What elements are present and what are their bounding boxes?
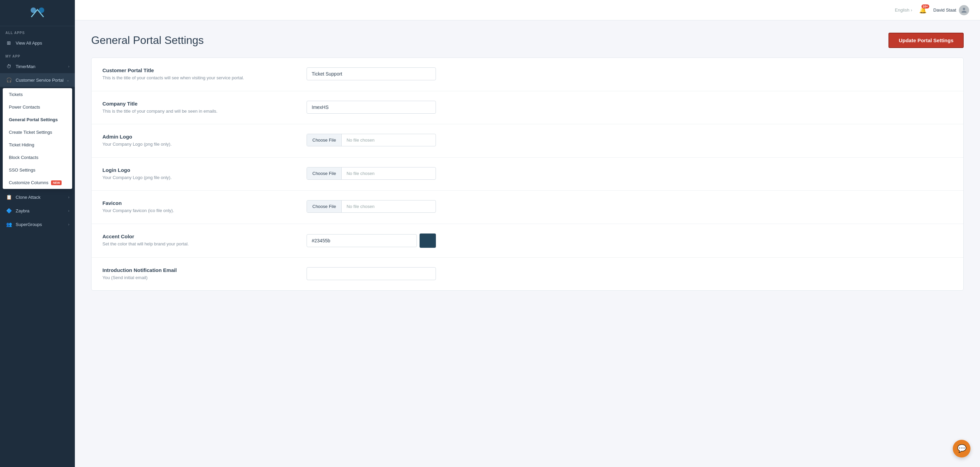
notifications-button[interactable]: 🔔 10+ [919,6,927,14]
dropdown-item-label: General Portal Settings [9,117,58,122]
settings-row-customer-portal-title: Customer Portal Title This is the title … [92,58,963,91]
dropdown-item-sso-settings[interactable]: SSO Settings [3,164,72,176]
settings-row-admin-logo: Admin Logo Your Company Logo (png file o… [92,124,963,158]
sidebar-item-view-all-apps[interactable]: ⊞ View All Apps [0,36,75,50]
dropdown-item-tickets[interactable]: Tickets [3,88,72,101]
dropdown-item-label: Block Contacts [9,155,38,160]
settings-control-accent-color [307,234,953,248]
update-portal-settings-button[interactable]: Update Portal Settings [888,33,964,48]
page-content: General Portal Settings Update Portal Se… [75,21,980,467]
field-description: Your Company Logo (png file only). [102,174,307,181]
main-area: English › 🔔 10+ David Staat General Port… [75,0,980,467]
notifications-badge: 10+ [921,5,929,8]
sidebar-item-zaybra[interactable]: 🔷 Zaybra › [0,204,75,217]
dropdown-item-block-contacts[interactable]: Block Contacts [3,151,72,164]
settings-control-intro-notification-email [307,267,953,280]
dropdown-item-label: SSO Settings [9,167,35,172]
chat-icon: 💬 [957,444,966,453]
sidebar-item-label: TimerMan [16,64,35,69]
field-description: This is the title of your company and wi… [102,108,307,115]
chevron-right-icon: › [68,222,69,226]
accent-color-wrapper [307,234,436,248]
settings-label-accent-color: Accent Color Set the color that will hel… [102,234,307,247]
sidebar-item-label: View All Apps [16,40,42,46]
section-label-my-app: MY APP [0,50,75,60]
login-logo-filename: No file chosen [342,167,436,179]
sidebar-item-label: Customer Service Portal [16,78,64,83]
page-title: General Portal Settings [91,34,204,47]
settings-row-intro-notification-email: Introduction Notification Email You (Sen… [92,258,963,291]
company-title-input[interactable] [307,101,436,114]
chevron-down-icon: ⌄ [66,78,69,82]
sidebar-item-clone-attack[interactable]: 📋 Clone Attack › [0,190,75,204]
field-title: Introduction Notification Email [102,267,307,273]
dropdown-item-label: Ticket Hiding [9,142,34,147]
field-title: Company Title [102,101,307,107]
language-selector[interactable]: English › [895,8,912,13]
settings-label-company-title: Company Title This is the title of your … [102,101,307,115]
grid-icon: ⊞ [5,40,12,46]
settings-label-login-logo: Login Logo Your Company Logo (png file o… [102,167,307,181]
dropdown-item-label: Create Ticket Settings [9,130,52,135]
accent-color-swatch[interactable] [420,234,436,248]
sidebar: ALL APPS ⊞ View All Apps MY APP ⏱ TimerM… [0,0,75,467]
settings-control-company-title [307,101,953,114]
headset-icon: 🎧 [5,77,12,83]
dropdown-item-general-portal-settings[interactable]: General Portal Settings [3,113,72,126]
section-label-all-apps: ALL APPS [0,26,75,36]
dropdown-item-label: Tickets [9,92,23,97]
field-description: You (Send initial email) [102,274,307,281]
login-logo-choose-button[interactable]: Choose File [307,167,342,179]
clone-icon: 📋 [5,194,12,201]
sidebar-item-supergroups[interactable]: 👥 SuperGroups › [0,217,75,231]
settings-control-customer-portal-title [307,67,953,80]
language-label: English [895,8,910,13]
header: English › 🔔 10+ David Staat [75,0,980,21]
field-description: Set the color that will help brand your … [102,241,307,247]
chevron-right-icon: › [68,195,69,199]
zaybra-icon: 🔷 [5,207,12,214]
accent-color-input[interactable] [307,234,417,247]
settings-card: Customer Portal Title This is the title … [91,57,964,291]
admin-logo-file-wrapper: Choose File No file chosen [307,134,436,147]
settings-label-admin-logo: Admin Logo Your Company Logo (png file o… [102,134,307,148]
settings-label-intro-notification-email: Introduction Notification Email You (Sen… [102,267,307,281]
language-chevron: › [911,8,912,13]
dropdown-item-power-contacts[interactable]: Power Contacts [3,101,72,113]
field-title: Accent Color [102,234,307,239]
user-name: David Staat [933,8,956,13]
supergroups-icon: 👥 [5,221,12,228]
chevron-right-icon: › [68,64,69,69]
sidebar-item-timerman[interactable]: ⏱ TimerMan › [0,60,75,73]
settings-control-login-logo: Choose File No file chosen [307,167,953,180]
customer-portal-title-input[interactable] [307,67,436,80]
sidebar-item-customer-service-portal[interactable]: 🎧 Customer Service Portal ⌄ [0,73,75,87]
new-badge: New [51,180,62,185]
sidebar-item-label: SuperGroups [16,222,42,227]
settings-control-favicon: Choose File No file chosen [307,200,953,213]
dropdown-item-ticket-hiding[interactable]: Ticket Hiding [3,139,72,151]
admin-logo-choose-button[interactable]: Choose File [307,134,342,146]
login-logo-file-wrapper: Choose File No file chosen [307,167,436,180]
field-title: Login Logo [102,167,307,173]
dropdown-item-customize-columns[interactable]: Customize Columns New [3,176,72,189]
field-title: Admin Logo [102,134,307,140]
sidebar-logo [0,0,75,26]
dropdown-item-create-ticket-settings[interactable]: Create Ticket Settings [3,126,72,139]
field-description: Your Company favicon (ico file only). [102,207,307,214]
sidebar-item-label: Zaybra [16,208,29,214]
settings-label-favicon: Favicon Your Company favicon (ico file o… [102,200,307,214]
settings-row-company-title: Company Title This is the title of your … [92,91,963,124]
user-menu[interactable]: David Staat [933,5,969,15]
sidebar-item-label: Clone Attack [16,195,40,200]
timer-icon: ⏱ [5,63,12,70]
favicon-choose-button[interactable]: Choose File [307,201,342,212]
page-header: General Portal Settings Update Portal Se… [91,33,964,48]
favicon-file-wrapper: Choose File No file chosen [307,200,436,213]
chevron-right-icon: › [68,209,69,213]
field-title: Favicon [102,200,307,206]
intro-notification-email-input[interactable] [307,267,436,280]
field-description: This is the title of your contacts will … [102,75,307,81]
field-description: Your Company Logo (png file only). [102,141,307,148]
chat-bubble-button[interactable]: 💬 [953,440,970,457]
